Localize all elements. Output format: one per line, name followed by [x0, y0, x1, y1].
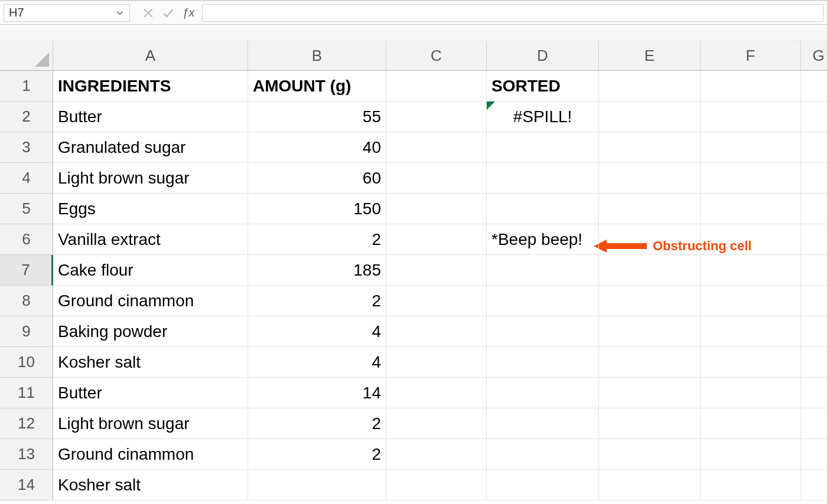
cell[interactable] — [801, 378, 827, 408]
cell[interactable]: Granulated sugar — [53, 132, 248, 163]
cell[interactable] — [599, 439, 701, 470]
cell[interactable]: Light brown sugar — [53, 408, 248, 439]
cell[interactable] — [801, 102, 827, 132]
column-header-F[interactable]: F — [701, 41, 801, 71]
column-header-D[interactable]: D — [487, 41, 599, 71]
cell[interactable] — [386, 163, 487, 194]
cell[interactable] — [801, 132, 827, 163]
cell[interactable]: 2 — [248, 408, 386, 439]
row-header-8[interactable]: 8 — [0, 286, 53, 316]
cell[interactable]: 4 — [248, 347, 386, 378]
cell[interactable] — [801, 470, 827, 500]
row-header-6[interactable]: 6 — [0, 224, 53, 255]
cell[interactable]: 4 — [248, 316, 386, 347]
cell[interactable] — [801, 194, 827, 224]
cell[interactable]: 185 — [248, 255, 386, 286]
cell[interactable] — [701, 71, 801, 102]
cell[interactable] — [386, 255, 487, 286]
cell[interactable] — [599, 378, 701, 408]
cell[interactable] — [487, 316, 599, 347]
select-all-button[interactable] — [0, 41, 53, 71]
cell[interactable] — [386, 286, 487, 316]
cell[interactable] — [801, 255, 827, 286]
cell[interactable] — [599, 163, 701, 194]
formula-input[interactable] — [202, 4, 823, 22]
cell[interactable]: 55 — [248, 102, 386, 132]
cell[interactable] — [386, 347, 487, 378]
column-header-B[interactable]: B — [248, 41, 386, 71]
row-header-11[interactable]: 11 — [0, 378, 53, 408]
cell[interactable] — [701, 408, 801, 439]
cell[interactable] — [386, 194, 487, 224]
cell[interactable] — [801, 439, 827, 470]
cell[interactable] — [599, 132, 701, 163]
cell[interactable] — [599, 102, 701, 132]
chevron-down-icon[interactable] — [116, 9, 125, 17]
accept-formula-button[interactable] — [158, 3, 178, 23]
cell[interactable] — [701, 163, 801, 194]
column-header-A[interactable]: A — [53, 41, 248, 71]
cell[interactable]: 40 — [248, 132, 386, 163]
column-header-C[interactable]: C — [386, 41, 487, 71]
cell[interactable] — [386, 378, 487, 408]
cell[interactable] — [599, 286, 701, 316]
cell[interactable] — [801, 224, 827, 255]
cell[interactable]: 60 — [248, 163, 386, 194]
row-header-3[interactable]: 3 — [0, 132, 53, 163]
cell[interactable] — [801, 408, 827, 439]
name-box[interactable]: H7 — [4, 4, 130, 22]
cell[interactable] — [701, 316, 801, 347]
cell[interactable] — [487, 408, 599, 439]
fx-icon[interactable]: ƒx — [178, 6, 198, 19]
cell[interactable] — [701, 347, 801, 378]
cell[interactable] — [599, 347, 701, 378]
cell[interactable]: #SPILL! — [487, 102, 599, 132]
cell[interactable] — [801, 347, 827, 378]
cell[interactable] — [701, 102, 801, 132]
row-header-14[interactable]: 14 — [0, 470, 53, 500]
cell[interactable]: Cake flour — [53, 255, 248, 286]
cell[interactable] — [487, 194, 599, 224]
cell[interactable] — [701, 439, 801, 470]
cell[interactable] — [248, 470, 386, 500]
cell[interactable] — [487, 163, 599, 194]
cell[interactable] — [599, 470, 701, 500]
cell[interactable] — [487, 132, 599, 163]
row-header-13[interactable]: 13 — [0, 439, 53, 470]
cell[interactable] — [701, 255, 801, 286]
cell[interactable] — [599, 194, 701, 224]
cell[interactable] — [701, 470, 801, 500]
cell[interactable] — [487, 347, 599, 378]
column-header-G[interactable]: G — [801, 41, 827, 71]
row-header-4[interactable]: 4 — [0, 163, 53, 194]
cell[interactable] — [599, 255, 701, 286]
cell[interactable]: Ground cinammon — [53, 286, 248, 316]
cell[interactable]: SORTED — [487, 71, 599, 102]
cell[interactable] — [599, 316, 701, 347]
cell[interactable]: Ground cinammon — [53, 439, 248, 470]
cell[interactable] — [701, 286, 801, 316]
cell[interactable]: Baking powder — [53, 316, 248, 347]
cancel-formula-button[interactable] — [138, 3, 158, 23]
cell[interactable]: *Beep beep! — [487, 224, 599, 255]
cell[interactable] — [386, 439, 487, 470]
cell[interactable]: Kosher salt — [53, 470, 248, 500]
cell[interactable]: Butter — [53, 378, 248, 408]
cell[interactable] — [386, 132, 487, 163]
row-header-2[interactable]: 2 — [0, 102, 53, 132]
row-header-7[interactable]: 7 — [0, 255, 53, 286]
cell[interactable] — [801, 163, 827, 194]
cell[interactable] — [386, 71, 487, 102]
row-header-1[interactable]: 1 — [0, 71, 53, 102]
cell[interactable]: 2 — [248, 286, 386, 316]
cell[interactable] — [386, 470, 487, 500]
cell[interactable] — [487, 439, 599, 470]
cell[interactable]: 2 — [248, 439, 386, 470]
cell[interactable]: Eggs — [53, 194, 248, 224]
cell[interactable] — [801, 71, 827, 102]
cell[interactable]: Light brown sugar — [53, 163, 248, 194]
cell[interactable]: INGREDIENTS — [53, 71, 248, 102]
cell[interactable] — [701, 224, 801, 255]
column-header-E[interactable]: E — [599, 41, 701, 71]
cell[interactable]: AMOUNT (g) — [248, 71, 386, 102]
